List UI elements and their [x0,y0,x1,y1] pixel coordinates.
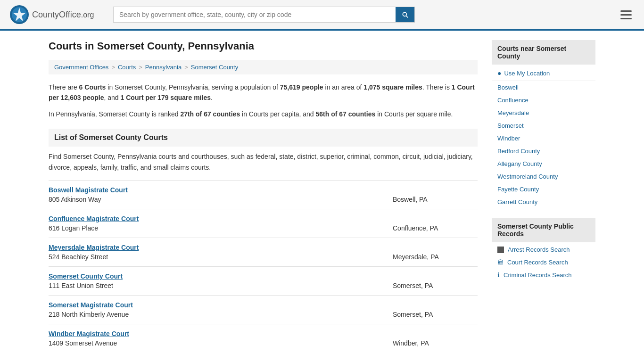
desc-text1: There are [49,83,79,91]
list-section-heading: List of Somerset County Courts [49,129,478,147]
breadcrumb-link-somerset[interactable]: Somerset County [191,64,238,71]
sidebar-pub-record-link[interactable]: 🏛Court Records Search [492,256,595,269]
sidebar-pub-record-link[interactable]: ℹCriminal Records Search [492,269,595,281]
court-name-link[interactable]: Somerset County Court [49,272,123,280]
logo-area[interactable]: CountyOffice.org [9,5,104,25]
court-address: 111 East Union Street [49,282,113,289]
court-item: Boswell Magistrate Court 805 Atkinson Wa… [49,180,478,209]
desc2-rank2: 56th of 67 counties [316,110,376,118]
court-item: Windber Magistrate Court 1409 Somerset A… [49,324,478,353]
sidebar-courts-nearby-section: Courts near Somerset County ● Use My Loc… [492,40,595,208]
list-section-desc: Find Somerset County, Pennsylvania court… [49,151,478,173]
desc-text4: . There is [422,83,452,91]
logo-text: CountyOffice.org [32,10,94,20]
menu-line [620,14,632,16]
logo-name: CountyOffice [32,10,81,19]
sidebar-nearby-links: BoswellConfluenceMeyersdaleSomersetWindb… [492,81,595,208]
main-content: Courts in Somerset County, Pennsylvania … [49,40,478,353]
sidebar-nearby-link[interactable]: Meyersdale [492,107,595,119]
sidebar-public-records-section: Somerset County Public Records Arrest Re… [492,218,595,281]
page-title: Courts in Somerset County, Pennsylvania [49,40,478,52]
location-pin-icon: ● [497,69,501,77]
desc-text3: in an area of [323,83,364,91]
sidebar-nearby-link[interactable]: Garrett County [492,196,595,208]
breadcrumb-separator: > [139,64,142,71]
breadcrumb-link-courts[interactable]: Courts [118,64,136,71]
desc2-text1: In Pennsylvania, Somerset County is rank… [49,110,180,118]
court-item: Somerset County Court 111 East Union Str… [49,266,478,295]
court-city: Somerset, PA [393,311,478,318]
court-name-link[interactable]: Meyersdale Magistrate Court [49,244,139,251]
sidebar-public-record-links: Arrest Records Search🏛Court Records Sear… [492,243,595,281]
sidebar-use-location[interactable]: ● Use My Location [492,66,595,81]
sidebar-nearby-link[interactable]: Windber [492,132,595,145]
court-address: 1409 Somerset Avenue [49,339,117,347]
desc-count: 6 Courts [79,83,106,91]
court-city: Boswell, PA [393,196,478,203]
desc-ratio2: 1 Court per 179 square miles [121,94,211,101]
record-link-label: Arrest Records Search [508,246,570,253]
sidebar: Courts near Somerset County ● Use My Loc… [492,40,595,353]
court-name-link[interactable]: Boswell Magistrate Court [49,186,128,194]
court-address: 524 Beachley Street [49,253,108,261]
search-button[interactable] [396,7,414,22]
search-input[interactable] [114,7,396,22]
sidebar-nearby-link[interactable]: Somerset [492,119,595,132]
site-header: CountyOffice.org [0,0,644,31]
desc2-rank1: 27th of 67 counties [180,110,240,118]
sidebar-nearby-link[interactable]: Allegany County [492,157,595,170]
desc-text6: . [211,94,213,101]
court-city: Meyersdale, PA [393,253,478,261]
description-text: There are 6 Courts in Somerset County, P… [49,82,478,103]
court-item: Meyersdale Magistrate Court 524 Beachley… [49,238,478,266]
logo-suffix: .org [81,11,94,19]
sidebar-use-location-label: Use My Location [504,70,550,77]
desc2-text2: in Courts per capita, and [240,110,315,118]
court-name-link[interactable]: Somerset Magistrate Court [49,301,133,309]
breadcrumb-link-govt[interactable]: Government Offices [54,64,108,71]
breadcrumb-separator: > [184,64,188,71]
court-address: 805 Atkinson Way [49,196,101,203]
record-icon-doc: ℹ [497,272,500,279]
sidebar-nearby-link[interactable]: Confluence [492,94,595,107]
record-link-label: Court Records Search [507,259,568,266]
sidebar-public-records-header: Somerset County Public Records [492,218,595,242]
sidebar-nearby-link[interactable]: Bedford County [492,145,595,157]
breadcrumb-separator: > [111,64,115,71]
desc-text2: in Somerset County, Pennsylvania, servin… [106,83,280,91]
desc-text5: , and [104,94,121,101]
court-name-link[interactable]: Windber Magistrate Court [49,330,129,337]
court-item: Somerset Magistrate Court 218 North Kimb… [49,295,478,324]
court-name-link[interactable]: Confluence Magistrate Court [49,215,139,222]
menu-line [620,18,632,19]
breadcrumb-link-pa[interactable]: Pennsylvania [145,64,182,71]
menu-button[interactable] [618,8,635,22]
desc-population: 75,619 people [280,83,323,91]
desc2-text3: in Courts per square mile. [375,110,453,118]
desc-area: 1,075 square miles [363,83,422,91]
record-link-label: Criminal Records Search [504,272,572,279]
sidebar-courts-nearby-header: Courts near Somerset County [492,40,595,65]
breadcrumb: Government Offices > Courts > Pennsylvan… [49,60,478,74]
description2-text: In Pennsylvania, Somerset County is rank… [49,109,478,119]
main-container: Courts in Somerset County, Pennsylvania … [39,31,605,362]
sidebar-nearby-link[interactable]: Westmoreland County [492,170,595,183]
sidebar-pub-record-link[interactable]: Arrest Records Search [492,243,595,256]
court-city: Confluence, PA [393,224,478,232]
court-address: 218 North Kimberly Avenue [49,311,129,318]
courts-list: Boswell Magistrate Court 805 Atkinson Wa… [49,180,478,353]
record-icon-building: 🏛 [497,259,504,266]
sidebar-nearby-link[interactable]: Boswell [492,81,595,94]
menu-line [620,10,632,12]
search-bar [113,7,415,23]
court-item: Confluence Magistrate Court 616 Logan Pl… [49,209,478,238]
search-icon [401,11,409,18]
sidebar-nearby-link[interactable]: Fayette County [492,183,595,196]
record-icon-square [497,247,504,253]
court-city: Somerset, PA [393,282,478,289]
court-city: Windber, PA [393,339,478,347]
logo-icon [9,5,29,25]
court-address: 616 Logan Place [49,224,98,232]
